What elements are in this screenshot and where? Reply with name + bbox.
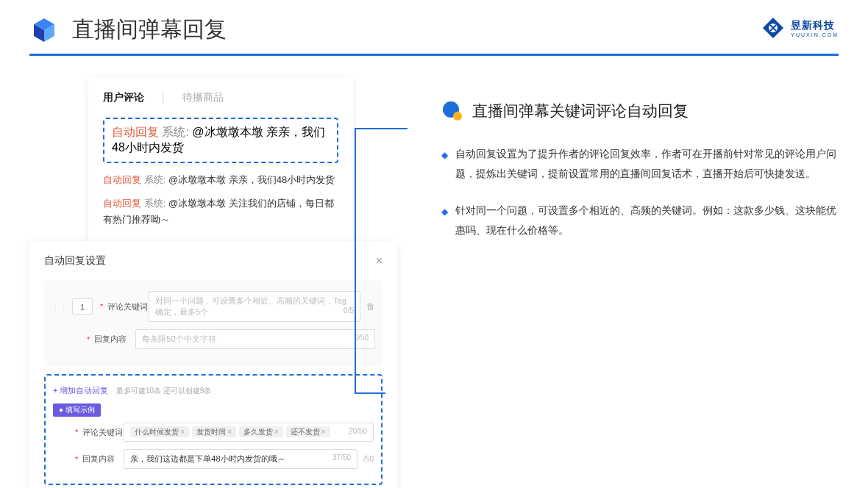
logo-en: YUUXIN.COM [791,32,839,37]
comment-row: 自动回复 系统: @冰墩墩本墩 关注我们的店铺，每日都有热门推荐呦～ [103,195,338,228]
section-title: 直播间弹幕关键词评论自动回复 [472,101,689,121]
example-badge: ● 填写示例 [53,403,101,417]
index-box: 1 [72,298,93,315]
settings-card: 自动回复设置 × ⋮⋮ 1 * 评论关键词 对同一个问题，可设置多个相近、高频的… [29,241,397,488]
close-icon[interactable]: × [376,254,383,268]
highlighted-comment: 自动回复 系统: @冰墩墩本墩 亲亲，我们48小时内发货 [103,118,338,163]
keyword-tag[interactable]: 发货时间× [192,426,236,437]
delete-icon[interactable]: 🗑 [366,301,375,312]
keyword-tag[interactable]: 什么时候发货× [130,426,189,437]
cube-icon [29,15,59,45]
comments-card: 用户评论 | 待播商品 自动回复 系统: @冰墩墩本墩 亲亲，我们48小时内发货… [88,78,353,248]
example-keyword-input[interactable]: 什么时候发货×发货时间×多久发货×还不发货× 20/50 [124,423,374,442]
keyword-tag[interactable]: 还不发货× [286,426,330,437]
bullet-text: 自动回复设置为了提升作者的评论回复效率，作者可在开播前针对常见的评论用户问题，提… [455,144,839,183]
page-title: 直播间弹幕回复 [72,15,227,45]
keyword-tag[interactable]: 多久发货× [239,426,283,437]
diamond-bullet-icon: ◆ [441,147,448,183]
logo-cn: 昱新科技 [791,19,839,32]
keyword-input[interactable]: 对同一个问题，可设置多个相近、高频的关键词，Tag确定，最多5个 0/5 [149,291,360,322]
brand-logo: 昱新科技 YUUXIN.COM [761,16,839,40]
content-input[interactable]: 每条限50个中文字符 0/50 [135,329,375,349]
settings-title: 自动回复设置 [44,254,106,268]
bullet-text: 针对同一个问题，可设置多个相近的、高频的关键词。例如：这款多少钱、这块能优惠吗、… [455,201,839,240]
chat-bubble-icon [441,100,463,122]
add-reply-link[interactable]: + 增加自动回复 [53,385,108,396]
diamond-bullet-icon: ◆ [441,204,448,240]
comment-row: 自动回复 系统: @冰墩墩本墩 亲亲，我们48小时内发货 [103,172,338,188]
example-box: + 增加自动回复 最多可建10条 还可以创建9条 ● 填写示例 * 评论关键词 … [44,374,383,485]
svg-point-2 [453,112,462,121]
tab-comments[interactable]: 用户评论 [103,91,144,104]
drag-icon[interactable]: ⋮⋮ [51,302,68,312]
tab-products[interactable]: 待播商品 [182,91,224,104]
example-content-input[interactable]: 亲，我们这边都是下单48小时内发货的哦～ 37/50 [124,449,357,469]
auto-reply-badge: 自动回复 [112,126,159,138]
